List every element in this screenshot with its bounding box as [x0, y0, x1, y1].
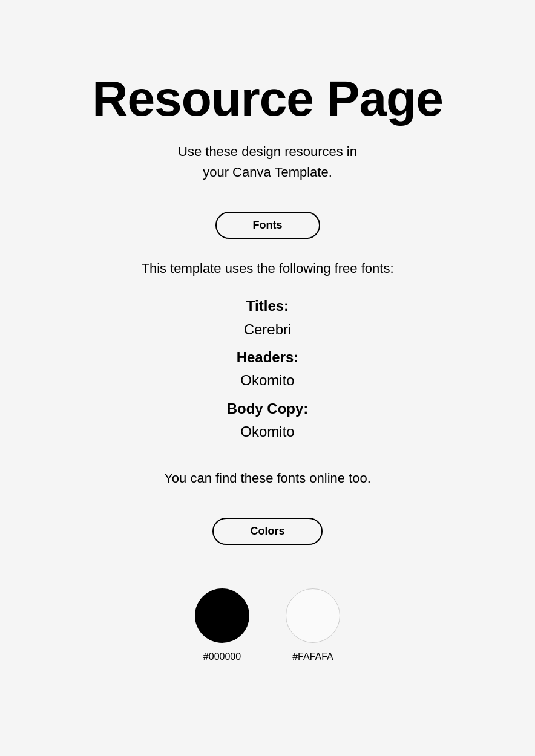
color-circle-black [195, 588, 249, 643]
color-hex-black: #000000 [203, 651, 241, 662]
fonts-intro-text: This template uses the following free fo… [142, 261, 394, 276]
fonts-badge: Fonts [215, 212, 320, 239]
font-item-body: Body Copy: Okomito [227, 397, 309, 444]
page-title: Resource Page [92, 73, 443, 125]
page-subtitle: Use these design resources in your Canva… [178, 142, 357, 183]
colors-badge: Colors [212, 518, 322, 545]
font-body-label: Body Copy: [227, 397, 309, 420]
font-titles-value: Cerebri [227, 318, 309, 341]
color-hex-white: #FAFAFA [292, 651, 333, 662]
font-headers-value: Okomito [227, 369, 309, 392]
font-headers-label: Headers: [227, 346, 309, 369]
color-circle-white [286, 588, 340, 643]
color-swatch-white: #FAFAFA [286, 588, 340, 662]
font-titles-label: Titles: [227, 295, 309, 318]
color-swatch-black: #000000 [195, 588, 249, 662]
font-list: Titles: Cerebri Headers: Okomito Body Co… [227, 295, 309, 448]
fonts-footer-text: You can find these fonts online too. [164, 471, 371, 486]
color-swatches: #000000 #FAFAFA [195, 588, 340, 662]
font-item-titles: Titles: Cerebri [227, 295, 309, 341]
font-item-headers: Headers: Okomito [227, 346, 309, 393]
font-body-value: Okomito [227, 420, 309, 443]
colors-section: Colors #000000 #FAFAFA [24, 518, 511, 662]
